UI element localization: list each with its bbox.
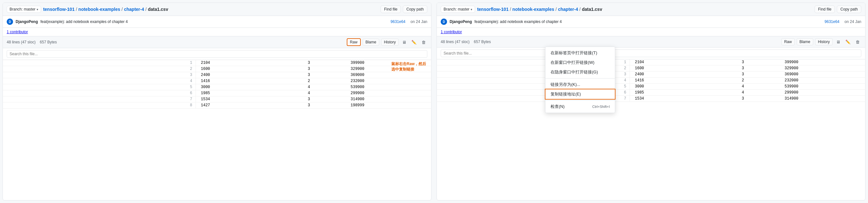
col3-value: 314900 [345,96,431,102]
left-code-table: 1 2104 3 399900 2 1600 3 329900 3 2400 3… [3,60,431,108]
table-row: 6 1985 4 299900 [437,90,865,96]
right-branch-label: Branch: master [443,7,469,11]
col3-value: 329900 [345,66,431,72]
left-file-content: 1 2104 3 399900 2 1600 3 329900 3 2400 3… [3,60,431,108]
table-row: 1 2104 3 399900 [3,60,431,66]
col3-value: 232000 [779,78,865,84]
right-trash-icon[interactable]: 🗑 [854,39,861,45]
col3-value: 399900 [345,60,431,66]
context-menu-item-newtab[interactable]: 在新标签页中打开链接(T) [546,48,615,58]
col1-value: 1985 [195,90,303,96]
col1-value: 3000 [629,84,737,90]
left-contributor-bar: 1 contributor [3,28,431,36]
context-menu-item-newwindow[interactable]: 在新窗口中打开链接(W) [546,58,615,67]
left-trash-icon[interactable]: 🗑 [420,39,427,46]
right-find-file-btn[interactable]: Find file [814,5,835,13]
col1-value: 1416 [195,78,303,84]
right-branch-btn[interactable]: Branch: master ▾ [441,6,475,13]
left-breadcrumb-sep1: / [76,7,77,12]
left-search-bar [3,48,431,60]
context-menu-item-copylink-label: 复制链接地址(E) [551,91,581,97]
left-breadcrumb-dir1[interactable]: notebook-examples [78,7,120,12]
col2-value: 3 [303,60,346,66]
left-breadcrumb-repo[interactable]: tensorflow-101 [43,7,74,12]
right-toolbar-wrapper: 48 lines (47 sloc) 657 Bytes Raw Blame H… [437,36,865,48]
col2-value: 3 [303,66,346,72]
left-search-input[interactable] [7,50,427,58]
right-breadcrumb: tensorflow-101 / notebook-examples / cha… [477,7,602,12]
right-pencil-icon[interactable]: ✏️ [844,39,852,45]
col3-value: 314900 [779,96,865,102]
right-commit-sha[interactable]: 9631e64 [825,20,840,24]
left-contributor-link[interactable]: 1 contributor [7,30,28,34]
right-search-input[interactable] [441,49,861,57]
left-file-size: 657 Bytes [40,40,57,44]
right-file-toolbar: 48 lines (47 sloc) 657 Bytes Raw Blame H… [437,36,865,48]
right-blame-btn[interactable]: Blame [797,38,813,45]
col1-value: 1534 [629,96,737,102]
right-contributor-link[interactable]: 1 contributor [441,30,462,34]
right-desktop-icon[interactable]: 🖥 [835,39,842,45]
col2-value: 3 [303,102,346,108]
col3-value: 198999 [345,102,431,108]
left-file-info: 48 lines (47 sloc) 657 Bytes [7,40,57,44]
right-breadcrumb-dir1[interactable]: notebook-examples [512,7,554,12]
context-menu-item-copylink[interactable]: 复制链接地址(E) [546,90,615,99]
col1-value: 1600 [629,66,737,72]
left-branch-chevron: ▾ [37,8,38,11]
right-breadcrumb-sep3: / [579,7,581,12]
col3-value: 299900 [779,90,865,96]
col2-value: 3 [737,66,780,72]
col1-value: 1416 [629,78,737,84]
left-pencil-icon[interactable]: ✏️ [410,39,418,46]
left-commit-author: DjangoPeng [16,20,38,24]
col2-value: 4 [303,90,346,96]
left-breadcrumb-dir2[interactable]: chapter-4 [124,7,144,12]
right-raw-btn[interactable]: Raw [781,38,795,45]
col3-value: 299900 [345,90,431,96]
col3-value: 539900 [779,84,865,90]
left-branch-label: Branch: master [9,7,35,11]
right-branch-chevron: ▾ [471,8,472,11]
left-blame-btn[interactable]: Blame [363,39,379,46]
left-copy-path-btn[interactable]: Copy path [403,5,427,13]
left-raw-btn[interactable]: Raw [347,38,361,46]
context-menu-item-inspect[interactable]: 检查(N) Ctrl+Shift+I [546,102,615,111]
right-contributor-bar: 1 contributor [437,28,865,36]
table-row: 8 1427 3 198999 [3,102,431,108]
table-row: 3 2400 3 369000 [3,72,431,78]
right-copy-path-btn[interactable]: Copy path [837,5,861,13]
col1-value: 1534 [195,96,303,102]
right-code-table: 1 2104 3 399900 2 1600 3 329900 3 2400 3… [437,59,865,102]
context-menu-item-incognito-label: 在隐身窗口中打开链接(G) [551,69,598,75]
left-history-btn[interactable]: History [381,39,399,46]
context-menu-item-saveas[interactable]: 链接另存为(K)... [546,80,615,90]
right-file-info: 48 lines (47 sloc) 657 Bytes [441,40,491,44]
right-file-lines: 48 lines (47 sloc) [441,40,470,44]
right-history-btn[interactable]: History [815,38,833,45]
col2-value: 3 [303,72,346,78]
context-menu-item-incognito[interactable]: 在隐身窗口中打开链接(G) [546,67,615,77]
right-panel: Branch: master ▾ tensorflow-101 / notebo… [437,3,865,200]
col2-value: 4 [303,84,346,90]
left-commit-sha[interactable]: 9631e64 [391,20,406,24]
col3-value: 329900 [779,66,865,72]
right-breadcrumb-dir2[interactable]: chapter-4 [558,7,578,12]
table-row: 4 1416 2 232000 [3,78,431,84]
right-breadcrumb-sep2: / [556,7,557,12]
right-file-size: 657 Bytes [474,40,491,44]
left-header-actions: Find file Copy path [380,5,427,13]
col1-value: 3000 [195,84,303,90]
context-menu-divider-2 [546,100,615,101]
right-breadcrumb-repo[interactable]: tensorflow-101 [477,7,508,12]
left-branch-btn[interactable]: Branch: master ▾ [7,6,41,13]
context-menu-item-saveas-label: 链接另存为(K)... [551,82,580,87]
right-commit-message: feat(example): add notebook examples of … [474,20,562,24]
col1-value: 1985 [629,90,737,96]
right-header-actions: Find file Copy path [814,5,861,13]
col1-value: 2104 [195,60,303,66]
left-find-file-btn[interactable]: Find file [380,5,401,13]
context-menu-item-newwindow-label: 在新窗口中打开链接(W) [551,60,594,66]
left-desktop-icon[interactable]: 🖥 [401,39,408,46]
col3-value: 369000 [345,72,431,78]
